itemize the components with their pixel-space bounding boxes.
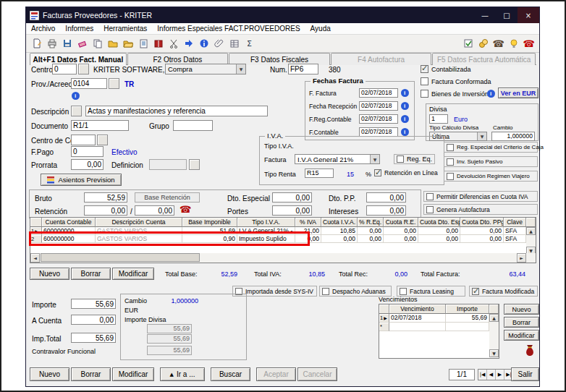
menu-archivo[interactable]: Archivo: [26, 25, 60, 33]
footer-ir-a-button[interactable]: ▲ Ir a ...: [160, 367, 205, 381]
f-reg-contable-info-icon[interactable]: [401, 115, 409, 123]
scroll-right-icon[interactable]: ►: [517, 253, 526, 263]
permitir-diferencias-checkbox[interactable]: Permitir Diferencias en Cuota IVA: [423, 191, 538, 202]
factura-leasing-checkbox[interactable]: Factura Leasing: [397, 286, 465, 297]
grupo-input[interactable]: [173, 120, 213, 131]
col-pct-req[interactable]: % R.Eq.: [358, 218, 384, 227]
criterio-caja-checkbox[interactable]: Reg. Especial del Criterio de Caja: [444, 142, 538, 153]
venc-new-row[interactable]: *: [379, 323, 499, 331]
imp-total-input[interactable]: 55,69: [71, 333, 116, 343]
divisa-input[interactable]: 1: [429, 114, 448, 124]
retencion-importe-input[interactable]: 0,00: [135, 205, 174, 216]
f-factura-info-icon[interactable]: [401, 89, 409, 97]
cambio-input[interactable]: 1,000000: [491, 132, 535, 141]
sum-icon[interactable]: Σ: [242, 36, 257, 51]
grid-row-1[interactable]: 1▶ 600000000 GASTOS VARIOS 51,69 I.V.A G…: [30, 227, 536, 235]
centro-lookup-button[interactable]: [78, 64, 89, 74]
despacho-aduanas-checkbox[interactable]: Despacho Aduanas: [319, 286, 392, 297]
col-importe[interactable]: Importe: [446, 304, 489, 314]
tipo-renta-input[interactable]: R15: [305, 169, 334, 178]
export-icon[interactable]: [181, 36, 196, 51]
scroll-left-icon[interactable]: ◄: [30, 253, 40, 263]
col-cuota-dto-ppgo[interactable]: Cuota Dto. PPgo.: [460, 218, 504, 227]
tipo-documento-combo[interactable]: Compra ▼: [165, 64, 246, 74]
bienes-inversion-info-icon[interactable]: [487, 90, 495, 98]
bruto-input[interactable]: 52,59: [84, 192, 127, 203]
folder-icon[interactable]: [105, 36, 120, 51]
scroll-down-icon[interactable]: ▼: [489, 349, 499, 357]
money-bag-icon[interactable]: [524, 344, 536, 357]
new-document-icon[interactable]: [29, 36, 44, 51]
col-cuota-re[interactable]: Cuota R.E.: [384, 218, 418, 227]
venc-nuevo-button[interactable]: Nuevo: [504, 304, 539, 315]
proveedor-input[interactable]: 0104: [71, 78, 107, 89]
venc-borrar-button[interactable]: Borrar: [504, 317, 539, 328]
menu-informes[interactable]: Informes: [60, 25, 98, 33]
minimize-button[interactable]: —: [474, 7, 496, 23]
footer-buscar-button[interactable]: Buscar: [211, 367, 250, 381]
serie-input[interactable]: FP6: [288, 64, 318, 74]
portes-input[interactable]: 0,00: [272, 205, 312, 216]
iva-factura-combo[interactable]: I.V.A General 21% ▼: [295, 154, 380, 164]
f-reg-contable-input[interactable]: 02/07/2018: [359, 114, 398, 124]
grid-vscrollbar[interactable]: ▲ ▼: [526, 227, 536, 255]
col-tipo-iva[interactable]: Tipo I.V.A.: [237, 218, 295, 227]
bienes-inversion-checkbox[interactable]: Bienes de Inversión: [421, 90, 489, 98]
validate-icon[interactable]: [460, 36, 476, 51]
notebook-icon[interactable]: [135, 36, 151, 51]
venc-vscrollbar[interactable]: ▲ ▼: [489, 314, 499, 357]
nav-prev-button[interactable]: ◀: [487, 370, 496, 380]
scroll-up-icon[interactable]: ▲: [526, 227, 536, 235]
grid-modificar-button[interactable]: Modificar: [112, 268, 154, 280]
col-vencimiento[interactable]: Vencimiento: [389, 304, 446, 314]
f-factura-input[interactable]: 02/07/2018: [359, 88, 398, 98]
col-cuenta-contable[interactable]: Cuenta Contable: [42, 218, 96, 227]
dto-especial-input[interactable]: 0,00: [272, 192, 312, 203]
phone-icon[interactable]: ☎: [491, 36, 506, 51]
book-icon[interactable]: [151, 36, 166, 51]
fpago-input[interactable]: 0: [71, 146, 104, 157]
close-button[interactable]: ×: [518, 7, 539, 23]
footer-nuevo-button[interactable]: Nuevo: [30, 367, 69, 381]
inv-sujeto-pasivo-checkbox[interactable]: Inv. Sujeto Pasivo: [444, 156, 538, 167]
bulb-icon[interactable]: [506, 36, 521, 51]
centro-co-lookup-button[interactable]: [97, 135, 108, 145]
attachment-icon[interactable]: [211, 36, 227, 51]
definicion-lookup-button[interactable]: [189, 159, 200, 170]
importe-input[interactable]: 55,69: [71, 299, 116, 309]
col-cuota-iva[interactable]: Cuota I.V.A.: [321, 218, 358, 227]
proveedor-info-icon[interactable]: [72, 92, 80, 100]
genera-autofactura-checkbox[interactable]: Genera Autofactura: [423, 204, 538, 215]
intereses-input[interactable]: 0,00: [366, 205, 406, 216]
folder-open-icon[interactable]: [120, 36, 135, 51]
prorrata-input[interactable]: 0,00: [71, 159, 104, 170]
eraser-icon[interactable]: [75, 36, 90, 51]
centro-co-input[interactable]: [71, 135, 96, 145]
nav-first-button[interactable]: |◀: [478, 370, 487, 380]
coins-icon[interactable]: [476, 36, 491, 51]
devolucion-viajero-checkbox[interactable]: Devolución Regimen Viajero: [444, 171, 538, 182]
venc-modificar-button[interactable]: Modificar: [504, 330, 539, 341]
col-pct-iva[interactable]: % IVA: [295, 218, 321, 227]
grid-borrar-button[interactable]: Borrar: [71, 268, 111, 280]
reg-eq-checkbox[interactable]: Reg. Eq.: [394, 154, 435, 164]
retencion-phone-icon[interactable]: ☎: [179, 204, 191, 215]
print-icon[interactable]: [44, 36, 59, 51]
menu-ayuda[interactable]: Ayuda: [305, 25, 336, 33]
centro-input[interactable]: 0: [52, 64, 77, 74]
menu-herramientas[interactable]: Herramientas: [98, 25, 152, 33]
cut-icon[interactable]: [166, 36, 181, 51]
grid-hscrollbar[interactable]: ◄ ►: [30, 253, 526, 263]
a-cuenta-input[interactable]: 0,00: [71, 315, 116, 325]
footer-salir-button[interactable]: Salir: [511, 367, 539, 381]
descripcion-input[interactable]: Actas y manifestaciones y referencia: [85, 106, 268, 116]
documento-input[interactable]: R1/1: [71, 120, 129, 131]
scroll-up-icon[interactable]: ▲: [489, 314, 499, 322]
footer-modificar-button[interactable]: Modificar: [112, 367, 154, 381]
f-contable-info-icon[interactable]: [401, 128, 409, 136]
factura-conformada-checkbox[interactable]: Factura Conformada: [421, 77, 491, 85]
hscroll-thumb[interactable]: [41, 253, 200, 262]
menu-informes-especiales[interactable]: Informes Especiales FACT.PROVEEDORES: [152, 25, 305, 33]
maximize-button[interactable]: □: [496, 7, 518, 23]
table-icon[interactable]: [227, 36, 242, 51]
